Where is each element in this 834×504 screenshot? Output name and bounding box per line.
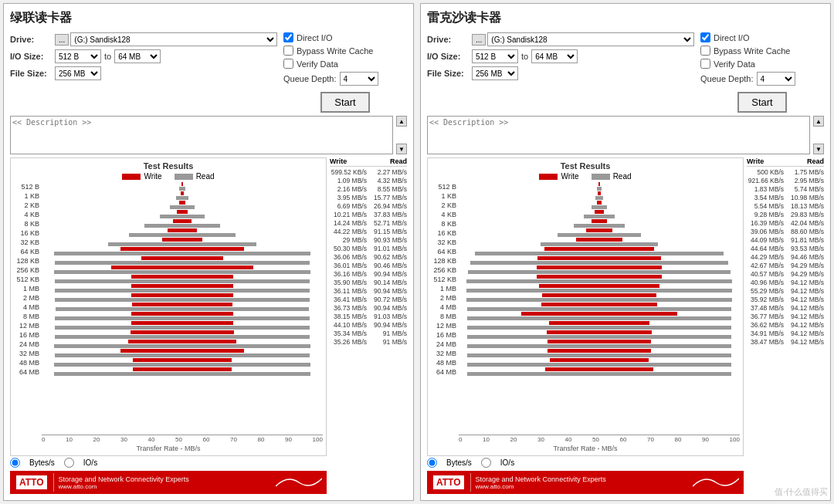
data-row-left-4: 6.69 MB/s26.94 MB/s: [330, 201, 407, 210]
description-area-right: ▲ ▼: [427, 116, 824, 154]
x-axis-right: 0102030405060708090100: [459, 435, 740, 443]
ios-radio-right[interactable]: [481, 458, 491, 468]
start-btn-right[interactable]: Start: [737, 92, 786, 113]
data-row-left-17: 38.15 MB/s91.03 MB/s: [330, 312, 407, 320]
bar-row-right-1: 1 KB: [431, 191, 740, 200]
read-bar-right-15: [467, 326, 732, 330]
data-row-left-18: 44.10 MB/s90.94 MB/s: [330, 320, 407, 329]
bar-chart-right: Test Results Write Read 512 B1 KB2 KB4 K…: [427, 157, 744, 456]
verify-data-checkbox-left[interactable]: [283, 59, 293, 69]
bars-wrapper-right-14: [459, 312, 740, 320]
scroll-down-right[interactable]: ▼: [813, 144, 824, 154]
read-cell-left-18: 90.94 MB/s: [370, 321, 407, 329]
bars-wrapper-right-15: [459, 321, 740, 330]
bar-row-left-17: 24 MB: [14, 340, 323, 348]
write-cell-left-8: 29 MB/s: [330, 236, 367, 244]
description-box-right[interactable]: [427, 116, 810, 154]
write-cell-right-15: 35.92 MB/s: [747, 296, 784, 303]
start-btn-left[interactable]: Start: [320, 92, 369, 113]
legend-read-left: Read: [175, 172, 215, 181]
drive-select-left[interactable]: (G:) Sandisk128: [70, 32, 277, 46]
atto-wave-left: [276, 475, 322, 490]
read-cell-right-9: 93.53 MB/s: [787, 245, 824, 252]
iosize-row-right: I/O Size: 512 B to 64 MB: [427, 49, 694, 63]
direct-io-checkbox-right[interactable]: [700, 32, 710, 42]
write-cell-right-6: 16.39 MB/s: [747, 219, 784, 227]
read-cell-right-3: 10.98 MB/s: [787, 194, 824, 201]
legend-write-label-left: Write: [144, 172, 161, 181]
drive-select-right[interactable]: (G:) Sandisk128: [487, 32, 694, 46]
bar-label-right-7: 64 KB: [431, 248, 459, 255]
direct-io-label-left: Direct I/O: [297, 33, 332, 42]
write-cell-right-14: 55.29 MB/s: [747, 287, 784, 295]
write-cell-right-13: 40.96 MB/s: [747, 279, 784, 286]
ios-radio-left[interactable]: [64, 458, 74, 468]
data-row-left-12: 36.16 MB/s90.94 MB/s: [330, 269, 407, 278]
bars-wrapper-left-18: [42, 349, 323, 357]
drive-btn-left[interactable]: ...: [55, 34, 69, 46]
bar-row-left-7: 64 KB: [14, 247, 323, 255]
bypass-write-checkbox-left[interactable]: [283, 46, 293, 56]
write-cell-left-4: 6.69 MB/s: [330, 202, 367, 210]
read-cell-right-1: 2.95 MB/s: [787, 177, 824, 184]
write-cell-left-20: 35.26 MB/s: [330, 338, 367, 346]
atto-logo-left: ATTO: [15, 474, 49, 491]
write-bar-left-8: [141, 256, 223, 260]
write-bar-left-15: [131, 321, 233, 325]
bytes-radio-left[interactable]: [10, 458, 20, 468]
bars-wrapper-left-14: [42, 312, 323, 320]
write-cell-left-1: 1.09 MB/s: [330, 177, 367, 184]
read-cell-right-8: 91.81 MB/s: [787, 236, 824, 244]
read-bar-left-12: [55, 298, 310, 302]
write-bar-right-3: [595, 210, 605, 214]
data-row-left-9: 50.30 MB/s91.01 MB/s: [330, 244, 407, 252]
scroll-up-right[interactable]: ▲: [813, 116, 824, 127]
write-col-header-right: Write: [747, 157, 764, 165]
bytes-label-right: Bytes/s: [446, 458, 472, 467]
filesize-select-right[interactable]: 256 MB: [472, 66, 518, 80]
write-bar-left-2: [179, 201, 185, 205]
verify-data-checkbox-right[interactable]: [700, 59, 710, 69]
data-table-left: Write Read 599.52 KB/s2.27 MB/s1.09 MB/s…: [330, 157, 407, 494]
bar-row-right-10: 512 KB: [431, 275, 740, 283]
write-bar-right-17: [548, 340, 651, 343]
write-bar-right-12: [542, 293, 656, 297]
drive-btn-right[interactable]: ...: [472, 34, 486, 46]
queue-select-left[interactable]: 4: [340, 72, 378, 86]
write-cell-left-17: 38.15 MB/s: [330, 313, 367, 320]
drive-label-left: Drive:: [10, 35, 55, 44]
verify-data-row-right: Verify Data: [700, 59, 824, 69]
queue-select-right[interactable]: 4: [757, 72, 795, 86]
to-label-left: to: [104, 52, 111, 61]
bypass-write-checkbox-right[interactable]: [700, 46, 710, 56]
read-bar-right-11: [466, 289, 731, 293]
bars-wrapper-left-17: [42, 340, 323, 348]
x-axis-title-left: Transfer Rate - MB/s: [14, 445, 323, 452]
description-box-left[interactable]: [10, 116, 393, 154]
iosize-from-right[interactable]: 512 B: [472, 49, 518, 63]
settings-area-left: Drive: ... (G:) Sandisk128 I/O Size: 512…: [10, 32, 407, 113]
iosize-from-left[interactable]: 512 B: [55, 49, 101, 63]
direct-io-checkbox-left[interactable]: [283, 32, 293, 42]
filesize-select-left[interactable]: 256 MB: [55, 66, 101, 80]
read-cell-left-15: 90.72 MB/s: [370, 296, 407, 303]
read-cell-right-10: 94.46 MB/s: [787, 253, 824, 261]
settings-area-right: Drive: ... (G:) Sandisk128 I/O Size: 512…: [427, 32, 824, 113]
bytes-radio-right[interactable]: [427, 458, 437, 468]
bar-label-left-11: 1 MB: [14, 285, 42, 293]
read-cell-left-14: 90.94 MB/s: [370, 287, 407, 295]
bar-row-right-4: 8 KB: [431, 219, 740, 228]
bars-wrapper-left-20: [42, 367, 323, 376]
write-bar-right-18: [548, 349, 650, 353]
scroll-up-left[interactable]: ▲: [396, 116, 407, 127]
read-bar-left-18: [55, 353, 310, 357]
write-bar-left-20: [133, 367, 232, 371]
chart-title-right: Test Results: [431, 161, 740, 171]
legend-read-right: Read: [592, 172, 632, 181]
to-label-right: to: [521, 52, 528, 61]
write-bar-left-5: [168, 228, 196, 232]
iosize-to-right[interactable]: 64 MB: [531, 49, 578, 63]
data-row-right-13: 40.96 MB/s94.12 MB/s: [747, 278, 824, 286]
iosize-to-left[interactable]: 64 MB: [114, 49, 161, 63]
scroll-down-left[interactable]: ▼: [396, 144, 407, 154]
